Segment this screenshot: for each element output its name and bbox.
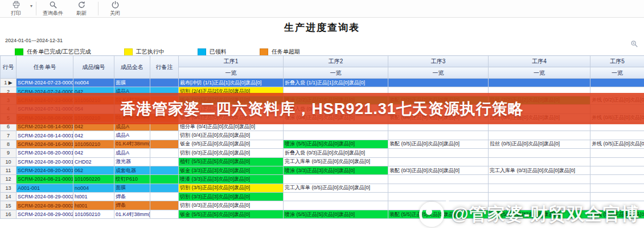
process-status-cell[interactable]: [590, 122, 644, 131]
product-code-cell[interactable]: 101050210: [73, 140, 114, 148]
refresh-button[interactable]: 刷新: [67, 0, 96, 17]
process-status-cell[interactable]: [284, 122, 388, 131]
row-number-cell[interactable]: 15: [1, 201, 17, 210]
order-number-cell[interactable]: SCRM-2024-07-31-00004: [17, 105, 73, 113]
product-code-cell[interactable]: 062: [73, 166, 114, 174]
order-number-cell[interactable]: SCRM-2024-08-08-00009: [17, 113, 73, 122]
process-status-cell[interactable]: [489, 122, 590, 131]
row-remark-cell[interactable]: [150, 131, 179, 140]
row-number-cell[interactable]: 5: [1, 113, 17, 122]
process-status-cell[interactable]: 拉丝 (0/5)正品[0]次品[0]废品[0]: [489, 140, 590, 148]
row-number-cell[interactable]: 12: [1, 175, 17, 184]
process-status-cell[interactable]: [590, 105, 644, 113]
row-number-cell[interactable]: 9: [1, 149, 17, 157]
process-status-cell[interactable]: [590, 157, 644, 166]
product-name-cell[interactable]: 01.K4钉38mm(2000: [114, 96, 150, 104]
row-number-cell[interactable]: 1 ▶: [1, 79, 17, 87]
product-code-cell[interactable]: 101050210: [73, 113, 114, 122]
process-status-cell[interactable]: 裁布|冲切 (1/1)正品[1]次品[0]废品[0]: [179, 79, 284, 87]
product-code-cell[interactable]: 042: [73, 131, 114, 140]
row-remark-cell[interactable]: [150, 122, 179, 131]
process-status-cell[interactable]: 完工入库单 (0/5)正品[0]次品[0]废品[0]: [284, 157, 388, 166]
process-status-cell[interactable]: [489, 131, 590, 140]
product-name-cell[interactable]: [114, 105, 150, 113]
process-status-cell[interactable]: [489, 87, 590, 96]
product-name-cell[interactable]: 成品A: [114, 131, 150, 140]
row-remark-cell[interactable]: [150, 201, 179, 210]
order-number-cell[interactable]: SCRM-2024-08-29-00022: [17, 210, 73, 218]
process-status-cell[interactable]: [590, 184, 644, 192]
process-status-cell[interactable]: [388, 149, 489, 157]
process-status-cell[interactable]: 喷涂 (0/6)正品[0]次品[0]废品[0]: [284, 113, 388, 122]
row-remark-cell[interactable]: [150, 79, 179, 87]
print-button[interactable]: 打印: [2, 0, 30, 17]
row-number-cell[interactable]: 10: [1, 157, 17, 166]
process-status-cell[interactable]: 装配 (5/5)正品[5]次品[0]废品[0]: [388, 210, 489, 218]
row-number-cell[interactable]: 11: [1, 166, 17, 174]
product-name-cell[interactable]: 纹钉P610: [114, 175, 150, 184]
process-status-cell[interactable]: 装配 (2/2)正品[2]次品[0]废品[0]: [388, 96, 489, 104]
process-status-cell[interactable]: 完工入库单 (0/5)正品[0]次品[0]废品[0]: [284, 184, 388, 192]
query-button[interactable]: 查询条件: [39, 0, 67, 17]
row-number-cell[interactable]: 3: [1, 96, 17, 104]
row-remark-cell[interactable]: [150, 184, 179, 192]
process-status-cell[interactable]: [489, 175, 590, 184]
process-status-cell[interactable]: 冲切 (0/1)正品[0]次品[0]废品[0]: [179, 105, 284, 113]
order-number-cell[interactable]: SCRM-2024-08-20-00016: [17, 166, 73, 174]
product-code-cell[interactable]: ht001: [73, 201, 114, 210]
order-number-cell[interactable]: SCRM-2024-08-20-00013: [17, 149, 73, 157]
product-code-cell[interactable]: 101050220: [73, 175, 114, 184]
process-status-cell[interactable]: [590, 201, 644, 210]
product-code-cell[interactable]: 042: [73, 122, 114, 131]
row-number-cell[interactable]: 13: [1, 184, 17, 192]
process-status-cell[interactable]: [284, 175, 388, 184]
order-number-cell[interactable]: SCRM-2024-08-29-00020: [17, 193, 73, 201]
product-code-cell[interactable]: 101050210: [73, 96, 114, 104]
process-status-cell[interactable]: 切割 (0/3)正品[0]次品[0]废品[0]: [179, 201, 284, 210]
order-number-cell[interactable]: A001-001: [17, 184, 73, 192]
process-status-cell[interactable]: [284, 201, 388, 210]
product-code-cell[interactable]: 101050210: [73, 210, 114, 218]
order-number-cell[interactable]: SCRM-2024-07-23-00003: [17, 96, 73, 104]
print-dropdown-caret-icon[interactable]: ▾: [30, 0, 34, 17]
process-status-cell[interactable]: [388, 87, 489, 96]
process-status-cell[interactable]: 并线 (0/6)正品[0]次品[0]废品[0]: [590, 113, 644, 122]
product-code-cell[interactable]: no004: [73, 184, 114, 192]
order-number-cell[interactable]: SCRM-2024-08-21-00017: [17, 175, 73, 184]
process-status-cell[interactable]: 切割 (2/4)正品[2]次品[0]废品[0]: [179, 87, 284, 96]
row-number-cell[interactable]: 6: [1, 122, 17, 131]
process-status-cell[interactable]: 拉丝 (0/6)正品[0]次品[0]废品[0]: [489, 113, 590, 122]
process-status-cell[interactable]: [388, 175, 489, 184]
process-status-cell[interactable]: [388, 184, 489, 192]
process-status-cell[interactable]: 切割 (3/3)正品[3]次品[0]废品[0]: [179, 193, 284, 201]
process-status-cell[interactable]: [489, 105, 590, 113]
product-code-cell[interactable]: no004: [73, 79, 114, 87]
process-status-cell[interactable]: 喷涂 (5/5)正品[5]次品[0]废品[0]: [284, 140, 388, 148]
product-name-cell[interactable]: 成品A: [114, 122, 150, 131]
process-status-cell[interactable]: [590, 175, 644, 184]
process-status-cell[interactable]: [388, 193, 489, 201]
process-status-cell[interactable]: 植钉 (5/5)正品[5]次品[0]废品[0]: [179, 157, 284, 166]
process-status-cell[interactable]: [284, 131, 388, 140]
process-status-cell[interactable]: [590, 87, 644, 96]
product-name-cell[interactable]: 01.K4钉38mm(2000: [114, 113, 150, 122]
process-status-cell[interactable]: [489, 79, 590, 87]
process-status-cell[interactable]: [489, 201, 590, 210]
row-remark-cell[interactable]: [150, 105, 179, 113]
order-number-cell[interactable]: SCRM-2024-08-16-00012: [17, 140, 73, 148]
process-status-cell[interactable]: 切割 (0/3)正品[0]次品[0]废品[0]: [179, 149, 284, 157]
product-name-cell[interactable]: 01.K4钉38mm(2000: [114, 140, 150, 148]
product-name-cell[interactable]: 成套电器: [114, 166, 150, 174]
row-number-cell[interactable]: 2: [1, 87, 17, 96]
row-remark-cell[interactable]: [150, 157, 179, 166]
process-status-cell[interactable]: 细分单 (0/4)正品[0]次品[0]废品[0]: [179, 122, 284, 131]
process-status-cell[interactable]: [590, 149, 644, 157]
row-number-cell[interactable]: 8: [1, 140, 17, 148]
process-status-cell[interactable]: 装配 (0/5)正品[0]次品[0]废品[0]: [388, 140, 489, 148]
process-status-cell[interactable]: 喷涂 (2/2)正品[2]次品[0]废品[0]: [284, 96, 388, 104]
product-name-cell[interactable]: 焊条: [114, 193, 150, 201]
product-code-cell[interactable]: 042: [73, 87, 114, 96]
row-remark-cell[interactable]: [150, 210, 179, 218]
product-name-cell[interactable]: 成品A: [114, 149, 150, 157]
row-remark-cell[interactable]: [150, 113, 179, 122]
